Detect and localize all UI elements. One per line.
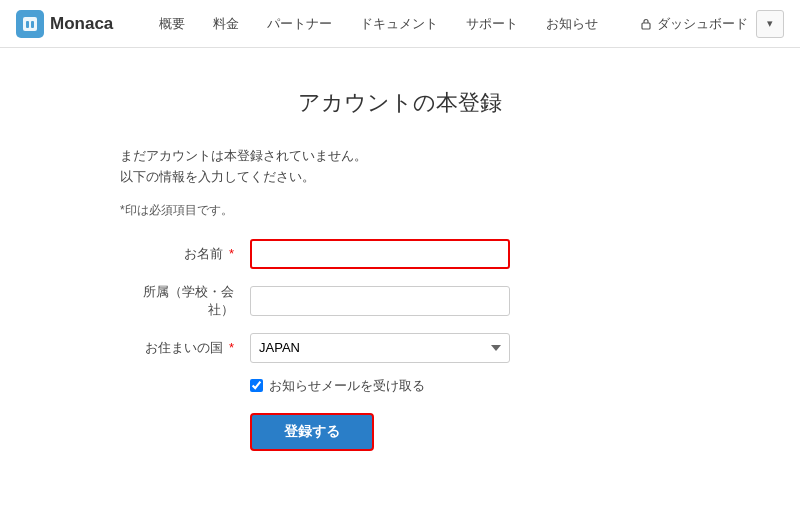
logo-icon — [16, 10, 44, 38]
nav-item-support[interactable]: サポート — [452, 0, 532, 48]
svg-rect-1 — [26, 21, 29, 28]
main-content: アカウントの本登録 まだアカウントは本登録されていません。 以下の情報を入力して… — [0, 48, 800, 491]
dashboard-label: ダッシュボード — [657, 15, 748, 33]
intro-text: まだアカウントは本登録されていません。 以下の情報を入力してください。 — [120, 146, 680, 188]
intro-line1: まだアカウントは本登録されていません。 — [120, 146, 680, 167]
newsletter-label[interactable]: お知らせメールを受け取る — [269, 377, 425, 395]
nav-item-docs[interactable]: ドキュメント — [346, 0, 452, 48]
submit-row: 登録する — [250, 413, 680, 451]
nav-item-overview[interactable]: 概要 — [145, 0, 199, 48]
user-icon: ▾ — [767, 17, 773, 30]
name-input[interactable] — [250, 239, 510, 269]
logo-text: Monaca — [50, 14, 113, 34]
nav-item-pricing[interactable]: 料金 — [199, 0, 253, 48]
newsletter-checkbox[interactable] — [250, 379, 263, 392]
nav-item-partner[interactable]: パートナー — [253, 0, 346, 48]
name-label: お名前 * — [120, 245, 250, 263]
affiliation-row: 所属（学校・会社） — [120, 283, 680, 319]
lock-icon — [639, 17, 653, 31]
newsletter-row: お知らせメールを受け取る — [250, 377, 680, 395]
form-container: まだアカウントは本登録されていません。 以下の情報を入力してください。 *印は必… — [120, 146, 680, 451]
submit-button[interactable]: 登録する — [250, 413, 374, 451]
name-row: お名前 * — [120, 239, 680, 269]
svg-rect-0 — [23, 17, 37, 31]
country-select[interactable]: JAPAN その他 — [250, 333, 510, 363]
nav-item-news[interactable]: お知らせ — [532, 0, 612, 48]
intro-line2: 以下の情報を入力してください。 — [120, 167, 680, 188]
svg-rect-2 — [31, 21, 34, 28]
country-row: お住まいの国 * JAPAN その他 — [120, 333, 680, 363]
nav-right: ダッシュボード ▾ — [639, 10, 784, 38]
required-note: *印は必須項目です。 — [120, 202, 680, 219]
dashboard-button[interactable]: ダッシュボード — [639, 15, 748, 33]
svg-rect-3 — [642, 23, 650, 29]
header: Monaca 概要 料金 パートナー ドキュメント サポート お知らせ ダッシュ… — [0, 0, 800, 48]
user-menu-button[interactable]: ▾ — [756, 10, 784, 38]
main-nav: 概要 料金 パートナー ドキュメント サポート お知らせ — [145, 0, 639, 48]
country-label: お住まいの国 * — [120, 339, 250, 357]
affiliation-input[interactable] — [250, 286, 510, 316]
affiliation-label: 所属（学校・会社） — [120, 283, 250, 319]
page-title: アカウントの本登録 — [298, 88, 502, 118]
logo[interactable]: Monaca — [16, 10, 113, 38]
